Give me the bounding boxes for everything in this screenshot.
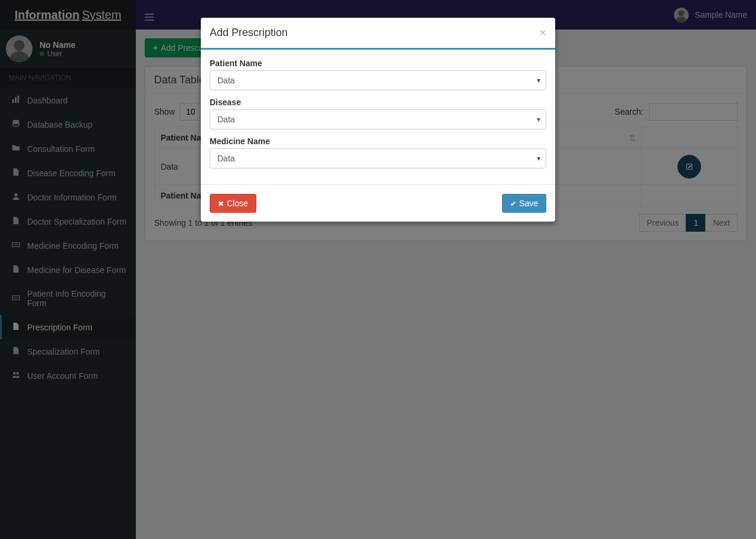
modal-close-action-button[interactable]: Close	[210, 194, 256, 213]
close-icon: ×	[539, 26, 546, 39]
medicine-name-label: Medicine Name	[210, 137, 546, 146]
modal-header: Add Prescription ×	[201, 18, 555, 50]
modal-close-button[interactable]: ×	[539, 27, 546, 38]
patient-name-select[interactable]: Data	[210, 70, 546, 90]
check-icon	[510, 199, 516, 208]
modal-body: Patient Name Data Disease Data Medicine …	[201, 50, 555, 184]
times-icon	[218, 199, 224, 208]
modal-save-button[interactable]: Save	[502, 194, 546, 213]
add-prescription-modal: Add Prescription × Patient Name Data Dis…	[201, 18, 555, 222]
modal-title: Add Prescription	[210, 27, 288, 39]
save-button-label: Save	[519, 199, 538, 208]
medicine-name-select[interactable]: Data	[210, 148, 546, 168]
patient-name-label: Patient Name	[210, 59, 546, 68]
modal-footer: Close Save	[201, 184, 555, 222]
disease-select[interactable]: Data	[210, 109, 546, 129]
close-button-label: Close	[227, 199, 248, 208]
disease-label: Disease	[210, 98, 546, 107]
